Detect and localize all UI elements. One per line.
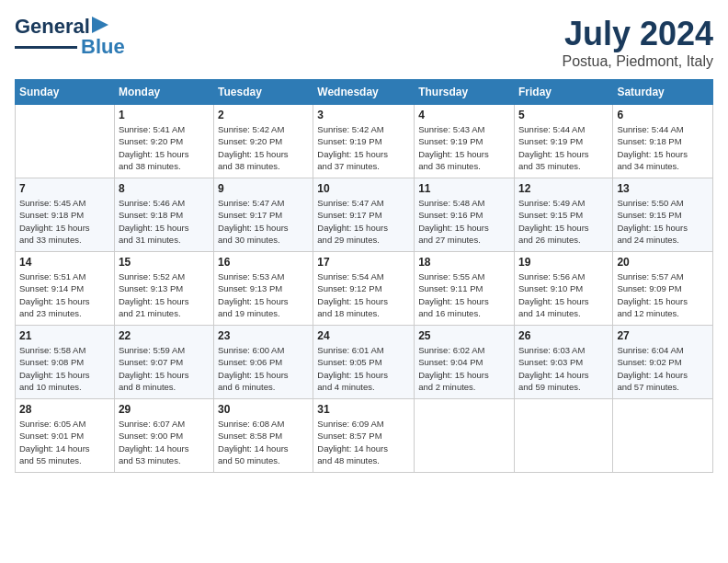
calendar-cell: 8Sunrise: 5:46 AM Sunset: 9:18 PM Daylig… bbox=[114, 178, 213, 252]
day-info: Sunrise: 5:50 AM Sunset: 9:15 PM Dayligh… bbox=[617, 197, 709, 246]
day-info: Sunrise: 5:56 AM Sunset: 9:10 PM Dayligh… bbox=[518, 270, 609, 319]
day-info: Sunrise: 5:51 AM Sunset: 9:14 PM Dayligh… bbox=[19, 270, 110, 319]
logo-arrow-icon bbox=[92, 17, 108, 33]
day-number: 14 bbox=[19, 256, 110, 269]
day-number: 25 bbox=[418, 329, 510, 342]
calendar-cell: 5Sunrise: 5:44 AM Sunset: 9:19 PM Daylig… bbox=[514, 105, 612, 178]
day-info: Sunrise: 6:09 AM Sunset: 8:57 PM Dayligh… bbox=[317, 418, 410, 466]
calendar-cell bbox=[613, 399, 713, 473]
header-cell-saturday: Saturday bbox=[613, 80, 713, 105]
calendar-cell: 31Sunrise: 6:09 AM Sunset: 8:57 PM Dayli… bbox=[313, 399, 415, 473]
day-number: 10 bbox=[317, 182, 410, 195]
day-number: 24 bbox=[317, 329, 410, 342]
day-number: 29 bbox=[119, 403, 210, 416]
svg-marker-0 bbox=[92, 17, 108, 33]
day-info: Sunrise: 5:41 AM Sunset: 9:20 PM Dayligh… bbox=[119, 123, 210, 172]
calendar-cell: 29Sunrise: 6:07 AM Sunset: 9:00 PM Dayli… bbox=[114, 399, 213, 473]
header-cell-thursday: Thursday bbox=[415, 80, 515, 105]
calendar-cell: 3Sunrise: 5:42 AM Sunset: 9:19 PM Daylig… bbox=[313, 105, 415, 178]
calendar-cell: 12Sunrise: 5:49 AM Sunset: 9:15 PM Dayli… bbox=[514, 178, 612, 252]
header-cell-monday: Monday bbox=[114, 80, 213, 105]
calendar-cell: 2Sunrise: 5:42 AM Sunset: 9:20 PM Daylig… bbox=[214, 105, 313, 178]
day-number: 26 bbox=[518, 329, 609, 342]
day-number: 28 bbox=[19, 403, 110, 416]
calendar-cell: 17Sunrise: 5:54 AM Sunset: 9:12 PM Dayli… bbox=[313, 252, 415, 326]
day-info: Sunrise: 5:55 AM Sunset: 9:11 PM Dayligh… bbox=[418, 270, 510, 319]
calendar-cell: 22Sunrise: 5:59 AM Sunset: 9:07 PM Dayli… bbox=[114, 326, 213, 399]
day-number: 7 bbox=[19, 182, 110, 195]
calendar-cell: 9Sunrise: 5:47 AM Sunset: 9:17 PM Daylig… bbox=[214, 178, 313, 252]
calendar-header: SundayMondayTuesdayWednesdayThursdayFrid… bbox=[16, 80, 713, 105]
day-info: Sunrise: 5:45 AM Sunset: 9:18 PM Dayligh… bbox=[19, 197, 110, 246]
day-number: 4 bbox=[418, 109, 510, 121]
calendar-week-5: 28Sunrise: 6:05 AM Sunset: 9:01 PM Dayli… bbox=[16, 399, 713, 473]
calendar-week-2: 7Sunrise: 5:45 AM Sunset: 9:18 PM Daylig… bbox=[16, 178, 713, 252]
day-info: Sunrise: 5:54 AM Sunset: 9:12 PM Dayligh… bbox=[317, 270, 410, 319]
calendar-cell: 11Sunrise: 5:48 AM Sunset: 9:16 PM Dayli… bbox=[415, 178, 515, 252]
logo-blue: Blue bbox=[81, 35, 125, 59]
day-number: 19 bbox=[518, 256, 609, 269]
day-number: 1 bbox=[119, 109, 210, 121]
calendar-table: SundayMondayTuesdayWednesdayThursdayFrid… bbox=[15, 79, 713, 473]
day-number: 15 bbox=[119, 256, 210, 269]
day-info: Sunrise: 5:42 AM Sunset: 9:19 PM Dayligh… bbox=[317, 123, 410, 172]
day-info: Sunrise: 5:47 AM Sunset: 9:17 PM Dayligh… bbox=[317, 197, 410, 246]
day-info: Sunrise: 6:02 AM Sunset: 9:04 PM Dayligh… bbox=[418, 344, 510, 393]
title-block: July 2024 Postua, Piedmont, Italy bbox=[562, 15, 713, 70]
location-title: Postua, Piedmont, Italy bbox=[562, 53, 713, 70]
month-title: July 2024 bbox=[562, 15, 713, 53]
calendar-cell: 13Sunrise: 5:50 AM Sunset: 9:15 PM Dayli… bbox=[613, 178, 713, 252]
header-cell-tuesday: Tuesday bbox=[214, 80, 313, 105]
day-number: 30 bbox=[218, 403, 309, 416]
calendar-cell: 14Sunrise: 5:51 AM Sunset: 9:14 PM Dayli… bbox=[16, 252, 115, 326]
day-info: Sunrise: 6:03 AM Sunset: 9:03 PM Dayligh… bbox=[518, 344, 609, 393]
day-info: Sunrise: 5:52 AM Sunset: 9:13 PM Dayligh… bbox=[119, 270, 210, 319]
calendar-cell: 10Sunrise: 5:47 AM Sunset: 9:17 PM Dayli… bbox=[313, 178, 415, 252]
calendar-cell: 23Sunrise: 6:00 AM Sunset: 9:06 PM Dayli… bbox=[214, 326, 313, 399]
day-number: 22 bbox=[119, 329, 210, 342]
calendar-week-1: 1Sunrise: 5:41 AM Sunset: 9:20 PM Daylig… bbox=[16, 105, 713, 178]
logo: General Blue bbox=[15, 15, 125, 59]
calendar-cell: 6Sunrise: 5:44 AM Sunset: 9:18 PM Daylig… bbox=[613, 105, 713, 178]
day-info: Sunrise: 5:53 AM Sunset: 9:13 PM Dayligh… bbox=[218, 270, 309, 319]
day-number: 12 bbox=[518, 182, 609, 195]
calendar-cell: 24Sunrise: 6:01 AM Sunset: 9:05 PM Dayli… bbox=[313, 326, 415, 399]
day-number: 31 bbox=[317, 403, 410, 416]
calendar-cell: 4Sunrise: 5:43 AM Sunset: 9:19 PM Daylig… bbox=[415, 105, 515, 178]
day-number: 13 bbox=[617, 182, 709, 195]
calendar-cell bbox=[514, 399, 612, 473]
calendar-cell: 27Sunrise: 6:04 AM Sunset: 9:02 PM Dayli… bbox=[613, 326, 713, 399]
calendar-body: 1Sunrise: 5:41 AM Sunset: 9:20 PM Daylig… bbox=[16, 105, 713, 473]
day-number: 2 bbox=[218, 109, 309, 121]
day-number: 3 bbox=[317, 109, 410, 121]
header-cell-wednesday: Wednesday bbox=[313, 80, 415, 105]
day-number: 23 bbox=[218, 329, 309, 342]
day-info: Sunrise: 6:08 AM Sunset: 8:58 PM Dayligh… bbox=[218, 418, 309, 466]
day-number: 21 bbox=[19, 329, 110, 342]
day-info: Sunrise: 6:05 AM Sunset: 9:01 PM Dayligh… bbox=[19, 418, 110, 466]
calendar-week-3: 14Sunrise: 5:51 AM Sunset: 9:14 PM Dayli… bbox=[16, 252, 713, 326]
day-info: Sunrise: 5:58 AM Sunset: 9:08 PM Dayligh… bbox=[19, 344, 110, 393]
calendar-cell: 28Sunrise: 6:05 AM Sunset: 9:01 PM Dayli… bbox=[16, 399, 115, 473]
day-info: Sunrise: 5:49 AM Sunset: 9:15 PM Dayligh… bbox=[518, 197, 609, 246]
day-number: 20 bbox=[617, 256, 709, 269]
calendar-cell: 1Sunrise: 5:41 AM Sunset: 9:20 PM Daylig… bbox=[114, 105, 213, 178]
day-number: 9 bbox=[218, 182, 309, 195]
calendar-cell: 21Sunrise: 5:58 AM Sunset: 9:08 PM Dayli… bbox=[16, 326, 115, 399]
day-info: Sunrise: 5:48 AM Sunset: 9:16 PM Dayligh… bbox=[418, 197, 510, 246]
calendar-cell: 7Sunrise: 5:45 AM Sunset: 9:18 PM Daylig… bbox=[16, 178, 115, 252]
calendar-cell: 26Sunrise: 6:03 AM Sunset: 9:03 PM Dayli… bbox=[514, 326, 612, 399]
day-info: Sunrise: 6:04 AM Sunset: 9:02 PM Dayligh… bbox=[617, 344, 709, 393]
calendar-cell bbox=[16, 105, 115, 178]
calendar-cell: 20Sunrise: 5:57 AM Sunset: 9:09 PM Dayli… bbox=[613, 252, 713, 326]
calendar-cell: 19Sunrise: 5:56 AM Sunset: 9:10 PM Dayli… bbox=[514, 252, 612, 326]
day-info: Sunrise: 6:00 AM Sunset: 9:06 PM Dayligh… bbox=[218, 344, 309, 393]
calendar-cell: 16Sunrise: 5:53 AM Sunset: 9:13 PM Dayli… bbox=[214, 252, 313, 326]
day-number: 5 bbox=[518, 109, 609, 121]
calendar-cell: 15Sunrise: 5:52 AM Sunset: 9:13 PM Dayli… bbox=[114, 252, 213, 326]
day-info: Sunrise: 6:01 AM Sunset: 9:05 PM Dayligh… bbox=[317, 344, 410, 393]
day-number: 16 bbox=[218, 256, 309, 269]
day-number: 8 bbox=[119, 182, 210, 195]
day-info: Sunrise: 6:07 AM Sunset: 9:00 PM Dayligh… bbox=[119, 418, 210, 466]
day-number: 17 bbox=[317, 256, 410, 269]
